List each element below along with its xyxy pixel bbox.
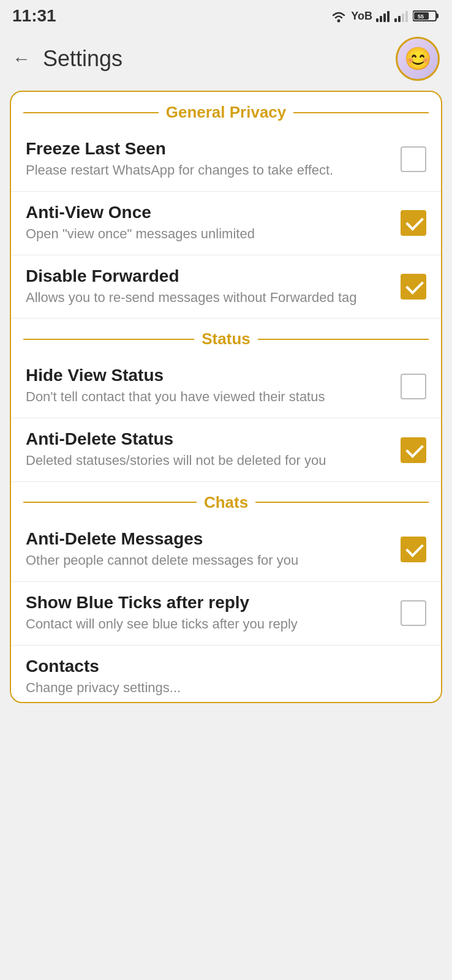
checkbox-anti-delete-messages[interactable]: [401, 537, 426, 562]
section-title-chats: Chats: [204, 493, 248, 512]
svg-text:55: 55: [418, 13, 424, 20]
back-button[interactable]: ←: [12, 48, 31, 69]
divider-right: [293, 112, 429, 113]
contacts-section-partial: Contacts Change privacy settings...: [11, 646, 441, 702]
contacts-desc: Change privacy settings...: [26, 680, 426, 696]
item-title: Anti-Delete Status: [26, 429, 388, 449]
item-desc: Other people cannot delete messages for …: [26, 551, 388, 570]
section-header-general-privacy: General Privacy: [11, 92, 441, 128]
divider-left: [23, 339, 194, 340]
svg-rect-2: [380, 16, 382, 22]
list-item[interactable]: Anti-View Once Open "view once" messages…: [11, 192, 441, 255]
section-title-general-privacy: General Privacy: [166, 103, 287, 122]
svg-rect-3: [383, 13, 386, 22]
signal-icon: YoB: [351, 10, 372, 23]
battery-icon: 55: [413, 9, 440, 23]
checkbox-blue-ticks[interactable]: [401, 600, 426, 626]
checkbox-freeze-last-seen[interactable]: [401, 146, 426, 172]
svg-rect-10: [436, 13, 439, 18]
svg-rect-4: [387, 11, 390, 22]
status-icons: YoB 55: [330, 9, 440, 23]
app-header: ← Settings 😊: [0, 31, 452, 91]
checkbox-anti-delete-status[interactable]: [401, 437, 426, 463]
checkbox-disable-forwarded[interactable]: [401, 274, 426, 300]
list-item[interactable]: Freeze Last Seen Please restart WhatsApp…: [11, 128, 441, 192]
settings-card: General Privacy Freeze Last Seen Please …: [10, 91, 442, 703]
page-title: Settings: [43, 46, 122, 72]
item-title: Show Blue Ticks after reply: [26, 593, 388, 612]
status-bar: 11:31 YoB 55: [0, 0, 452, 31]
item-title: Anti-View Once: [26, 203, 388, 222]
signal-bars2-icon: [394, 10, 409, 22]
svg-rect-6: [398, 16, 401, 22]
item-text: Disable Forwarded Allows you to re-send …: [26, 266, 401, 307]
section-title-status: Status: [202, 330, 250, 349]
section-header-status: Status: [11, 318, 441, 355]
checkbox-hide-view-status[interactable]: [401, 374, 426, 399]
divider-left: [23, 502, 197, 503]
signal-bars-icon: [376, 10, 391, 22]
item-title: Disable Forwarded: [26, 266, 388, 286]
item-desc: Please restart WhatsApp for changes to t…: [26, 161, 388, 180]
item-text: Freeze Last Seen Please restart WhatsApp…: [26, 139, 401, 180]
divider-right: [255, 502, 429, 503]
svg-point-0: [337, 20, 341, 23]
section-header-chats: Chats: [11, 482, 441, 518]
item-text: Anti-View Once Open "view once" messages…: [26, 203, 401, 244]
item-title: Hide View Status: [26, 366, 388, 385]
avatar[interactable]: 😊: [396, 37, 440, 81]
list-item[interactable]: Anti-Delete Status Deleted statuses/stor…: [11, 418, 441, 482]
avatar-emoji: 😊: [404, 46, 432, 72]
divider-left: [23, 112, 159, 113]
svg-rect-8: [405, 11, 408, 22]
divider-right: [258, 339, 429, 340]
svg-rect-7: [402, 13, 404, 22]
item-text: Anti-Delete Messages Other people cannot…: [26, 529, 401, 570]
item-text: Anti-Delete Status Deleted statuses/stor…: [26, 429, 401, 470]
item-desc: Deleted statuses/stories will not be del…: [26, 451, 388, 470]
list-item[interactable]: Anti-Delete Messages Other people cannot…: [11, 518, 441, 582]
item-title: Anti-Delete Messages: [26, 529, 388, 549]
checkbox-anti-view-once[interactable]: [401, 210, 426, 236]
svg-rect-5: [394, 18, 397, 22]
header-left: ← Settings: [12, 46, 122, 72]
list-item[interactable]: Show Blue Ticks after reply Contact will…: [11, 582, 441, 646]
item-text: Show Blue Ticks after reply Contact will…: [26, 593, 401, 634]
item-desc: Don't tell contact that you have viewed …: [26, 388, 388, 407]
contacts-title: Contacts: [26, 657, 426, 676]
item-text: Hide View Status Don't tell contact that…: [26, 366, 401, 407]
item-desc: Contact will only see blue ticks after y…: [26, 615, 388, 634]
svg-rect-1: [376, 18, 379, 22]
item-desc: Allows you to re-send messages without F…: [26, 288, 388, 307]
item-desc: Open "view once" messages unlimited: [26, 225, 388, 244]
wifi-icon: [330, 9, 347, 23]
list-item[interactable]: Disable Forwarded Allows you to re-send …: [11, 255, 441, 319]
item-title: Freeze Last Seen: [26, 139, 388, 159]
status-time: 11:31: [12, 6, 56, 26]
list-item[interactable]: Hide View Status Don't tell contact that…: [11, 355, 441, 418]
